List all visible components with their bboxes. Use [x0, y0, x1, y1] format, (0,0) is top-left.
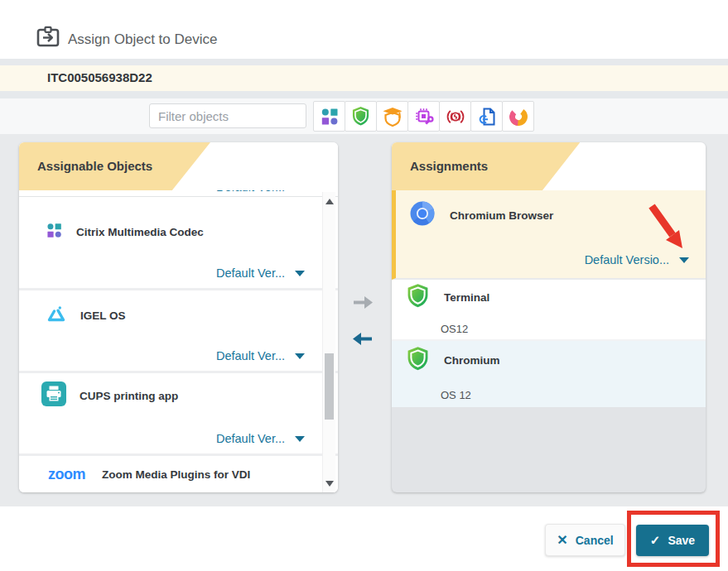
- chip-wrench-icon[interactable]: [407, 101, 440, 132]
- assignable-objects-title: Assignable Objects: [37, 159, 152, 173]
- assignments-panel: Assignments Chromium Browser: [392, 142, 706, 492]
- filter-input[interactable]: [149, 103, 306, 128]
- broadcast-ring-icon[interactable]: [439, 101, 471, 132]
- item-label: IGEL OS: [80, 309, 126, 322]
- profile-shield-icon: [406, 346, 430, 375]
- shield-graduation-icon[interactable]: [376, 101, 408, 132]
- chevron-down-icon: [295, 271, 305, 276]
- item-label: Zoom Media Plugins for VDI: [102, 468, 250, 481]
- assignment-item-chromium-browser[interactable]: Chromium Browser Default Versio...: [392, 190, 706, 280]
- igel-os-icon: [46, 304, 67, 327]
- cancel-button[interactable]: ✕ Cancel: [545, 524, 625, 556]
- object-type-filter-buttons: [314, 101, 534, 132]
- triangle-down-icon: [325, 481, 334, 487]
- item-label: Terminal: [444, 291, 489, 304]
- assignment-item-chromium[interactable]: Chromium OS 12: [392, 341, 706, 407]
- item-label: Chromium Browser: [450, 209, 553, 222]
- version-dropdown[interactable]: Default Ver...: [216, 190, 305, 194]
- cups-printer-icon: [41, 381, 66, 410]
- save-button[interactable]: ✓ Save: [636, 525, 709, 556]
- list-item-cups-printing-app[interactable]: CUPS printing app Default Ver...: [19, 373, 338, 456]
- list-item-zoom-media-plugins[interactable]: zoom Zoom Media Plugins for VDI: [19, 456, 338, 492]
- dual-list-area: Assignable Objects Default Ver...: [0, 134, 728, 506]
- device-id: ITC005056938D22: [47, 70, 152, 84]
- scroll-up-button[interactable]: [323, 194, 335, 209]
- unassign-left-button[interactable]: [348, 329, 376, 351]
- color-segments-icon[interactable]: [502, 101, 534, 132]
- dialog-titlebar: Assign Object to Device: [0, 0, 728, 59]
- chevron-down-icon: [295, 353, 305, 359]
- check-icon: ✓: [650, 533, 661, 548]
- version-dropdown[interactable]: Default Ver...: [216, 432, 305, 445]
- assignable-objects-header: Assignable Objects: [19, 142, 338, 190]
- divider-strip: [0, 59, 728, 65]
- partially-scrolled-item: Default Ver...: [19, 190, 338, 197]
- item-os-version: OS 12: [441, 389, 471, 401]
- triangle-up-icon: [325, 199, 334, 204]
- assignable-objects-panel: Assignable Objects Default Ver...: [19, 142, 338, 492]
- divider-strip: [0, 91, 728, 98]
- assignments-title: Assignments: [410, 159, 488, 173]
- arrow-left-icon: [350, 330, 374, 348]
- filter-toolbar: [0, 98, 728, 134]
- list-item-igel-os[interactable]: IGEL OS Default Ver...: [19, 290, 338, 373]
- list-item-citrix-multimedia-codec[interactable]: Citrix Multimedia Codec Default Ver...: [19, 197, 338, 290]
- zoom-logo: zoom: [48, 466, 85, 483]
- file-clip-icon[interactable]: [470, 101, 503, 132]
- apps-grid-icon[interactable]: [313, 101, 345, 132]
- assignable-objects-list: Default Ver...: [19, 190, 338, 492]
- version-dropdown[interactable]: Default Versio...: [585, 253, 689, 266]
- citrix-app-icon: [46, 222, 63, 242]
- device-row: ITC005056938D22: [0, 65, 728, 91]
- item-label: CUPS printing app: [80, 390, 178, 402]
- assignment-item-terminal[interactable]: Terminal OS12: [392, 280, 706, 341]
- dialog-title: Assign Object to Device: [68, 31, 217, 48]
- profile-shield-icon: [406, 283, 430, 312]
- item-label: Citrix Multimedia Codec: [76, 226, 204, 238]
- chevron-down-icon: [679, 257, 689, 263]
- chevron-down-icon: [295, 436, 305, 442]
- assign-object-icon: [36, 26, 60, 51]
- version-dropdown[interactable]: Default Ver...: [216, 266, 305, 280]
- close-icon: ✕: [557, 532, 567, 548]
- scroll-down-button[interactable]: [323, 476, 335, 491]
- list-scrollbar[interactable]: [322, 192, 335, 492]
- chromium-browser-icon: [409, 200, 436, 230]
- scrollbar-thumb[interactable]: [325, 353, 334, 420]
- assign-right-button[interactable]: [350, 293, 378, 314]
- assignments-header: Assignments: [392, 142, 706, 190]
- item-os-version: OS12: [441, 323, 468, 335]
- dialog-footer: ✕ Cancel ✓ Save: [0, 506, 728, 571]
- assign-object-dialog: Assign Object to Device ITC005056938D22: [0, 0, 728, 571]
- version-dropdown[interactable]: Default Ver...: [216, 349, 305, 362]
- arrow-right-icon: [352, 294, 375, 311]
- shield-green-icon[interactable]: [345, 101, 377, 132]
- item-label: Chromium: [444, 354, 500, 367]
